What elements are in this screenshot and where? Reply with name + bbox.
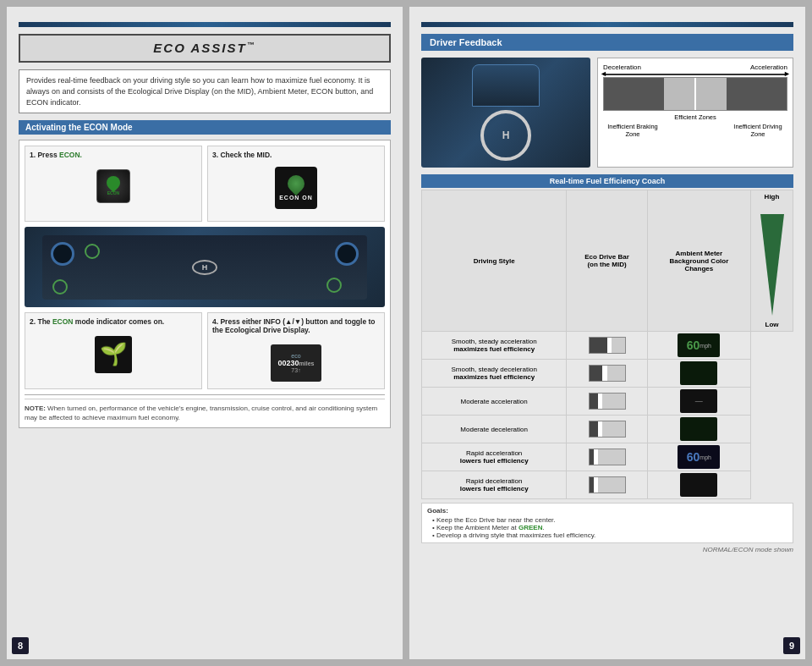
right-page: Driver Feedback H Deceleration Accelerat… xyxy=(409,7,805,659)
description-box: Provides real-time feedback on your driv… xyxy=(19,69,391,113)
tachometer-gauge xyxy=(335,242,359,266)
speed-number: 60 xyxy=(687,339,700,352)
eco-bar-cell xyxy=(567,388,647,416)
honda-h-logo: H xyxy=(502,129,510,141)
econ-indicator-display: 🌱 xyxy=(95,336,132,373)
mb-dark xyxy=(590,394,599,409)
acceleration-label: Acceleration xyxy=(750,63,787,71)
step-3-box: 3. Check the MID. ECON ON xyxy=(207,146,385,222)
table-row: Rapid accelerationlowers fuel efficiency xyxy=(422,443,793,471)
driving-style-cell: Smooth, steady accelerationmaximizes fue… xyxy=(422,332,567,360)
left-page: ECO ASSIST™ Provides real-time feedback … xyxy=(7,7,403,659)
dashboard-image: H xyxy=(25,227,385,307)
top-accent-bar xyxy=(19,22,391,27)
step-4-toggle: toggle xyxy=(345,317,367,326)
eco-bar-cell xyxy=(567,360,647,388)
eco-bar-display xyxy=(570,337,643,354)
page-number-left: 8 xyxy=(12,637,29,654)
trademark-symbol: ™ xyxy=(247,41,256,49)
mb-dark xyxy=(590,366,603,381)
eco-bar-display xyxy=(570,365,643,382)
speedometer-gauge xyxy=(51,242,74,266)
eco-bar-cell xyxy=(567,471,647,499)
table-row: Smooth, steady accelerationmaximizes fue… xyxy=(422,332,793,360)
step-1-image: ECON xyxy=(30,162,197,209)
speed-unit-2: mph xyxy=(700,454,711,460)
econ-green-leaf-icon: 🌱 xyxy=(100,341,127,367)
step-4-action: Press xyxy=(220,317,239,326)
step-2-number: 2. The xyxy=(30,317,52,326)
mb-dark xyxy=(590,421,599,437)
eco-bar-display xyxy=(570,476,643,493)
mb-dark xyxy=(590,338,607,353)
inefficient-driving-label: Inefficient Driving Zone xyxy=(728,123,787,138)
step-4-detail: either INFO (▲/▼) button and xyxy=(240,317,345,326)
callout-circle-2 xyxy=(85,244,100,259)
fuel-table-title: Real-time Fuel Efficiency Coach xyxy=(421,174,793,188)
eco-assist-title-box: ECO ASSIST™ xyxy=(19,34,391,63)
step-4-image: eco 00230miles 73↑ xyxy=(212,338,380,384)
speed-unit: mph xyxy=(700,343,711,349)
ambient-cell: — xyxy=(647,388,750,416)
honda-logo: H xyxy=(192,260,217,275)
mb-light xyxy=(612,338,625,353)
driving-style-cell: Moderate acceleration xyxy=(422,388,567,416)
neutral-display: — xyxy=(695,397,703,405)
goals-section: Goals: • Keep the Eco Drive bar near the… xyxy=(421,503,793,543)
mini-bar xyxy=(589,421,626,438)
econ-leaf-shape xyxy=(104,173,123,193)
mini-bar xyxy=(589,476,626,493)
ambient-neutral-2 xyxy=(680,473,717,497)
callout-circle-1 xyxy=(52,279,68,294)
mini-bar xyxy=(589,449,626,465)
table-row: Moderate acceleration — xyxy=(422,388,793,416)
col-driving-style: Driving Style xyxy=(422,190,567,332)
goals-title: Goals: xyxy=(427,507,787,515)
ambient-neutral: — xyxy=(680,389,717,413)
car-image: H xyxy=(421,58,590,168)
mb-light xyxy=(602,394,624,409)
mid-econ-on-display: ECON ON xyxy=(275,167,317,209)
bar-left-light xyxy=(664,78,694,110)
diagram-top-labels: Deceleration Acceleration xyxy=(603,63,787,71)
step-3-image: ECON ON xyxy=(212,162,380,209)
mini-bar xyxy=(589,393,626,410)
miles-label: miles xyxy=(299,361,315,366)
high-label: High xyxy=(765,193,780,201)
step-2-box: 2. The ECON mode indicator comes on. 🌱 xyxy=(25,312,202,389)
note-label: NOTE: xyxy=(25,405,46,412)
note-box: NOTE: When turned on, performance of the… xyxy=(25,399,385,422)
ambient-cell xyxy=(647,416,750,443)
mb-light xyxy=(598,449,625,465)
step-3-action: Check xyxy=(220,151,244,159)
activating-section: 1. Press ECON. ECON 3. Check the MID. xyxy=(19,140,391,428)
col-eco-bar: Eco Drive Bar(on the MID) xyxy=(567,190,647,332)
callout-circle-3 xyxy=(326,278,342,293)
step-2-suffix: mode indicator comes on. xyxy=(74,317,165,326)
dashboard-inner: H xyxy=(42,235,366,300)
normal-econ-note: NORMAL/ECON mode shown xyxy=(421,546,793,553)
col-fuel-eff: High Low xyxy=(751,190,793,332)
eco-bar-cell xyxy=(567,332,647,360)
goals-item-1: • Keep the Eco Drive bar near the center… xyxy=(432,516,787,524)
ambient-blue-display: 60mph xyxy=(678,445,720,469)
description-text: Provides real-time feedback on your driv… xyxy=(26,76,373,106)
step-1-label: 1. Press ECON. xyxy=(30,151,197,159)
step-3-plain: the MID. xyxy=(244,151,272,159)
activating-section-header: Activating the ECON Mode xyxy=(19,120,391,135)
bar-right-dark xyxy=(727,78,787,110)
top-steps-row: 1. Press ECON. ECON 3. Check the MID. xyxy=(25,146,385,222)
table-header-row: Driving Style Eco Drive Bar(on the MID) … xyxy=(422,190,793,332)
top-content-row: H Deceleration Acceleration ◄ ► Efficien… xyxy=(421,58,793,168)
eco-bar-display xyxy=(570,393,643,410)
eco-drive-display: eco 00230miles 73↑ xyxy=(271,344,321,382)
low-label: Low xyxy=(765,321,779,328)
step-2-image: 🌱 xyxy=(30,329,197,376)
diagram-zones-row: Inefficient Braking Zone Inefficient Dri… xyxy=(603,123,787,138)
mini-bar xyxy=(589,365,626,382)
note-text: When turned on, performance of the vehic… xyxy=(25,405,377,421)
eco-label: eco xyxy=(291,353,300,359)
econ-button-image: ECON xyxy=(96,169,130,203)
ambient-cell: 60mph xyxy=(647,443,750,471)
top-accent-bar-right xyxy=(421,22,793,27)
